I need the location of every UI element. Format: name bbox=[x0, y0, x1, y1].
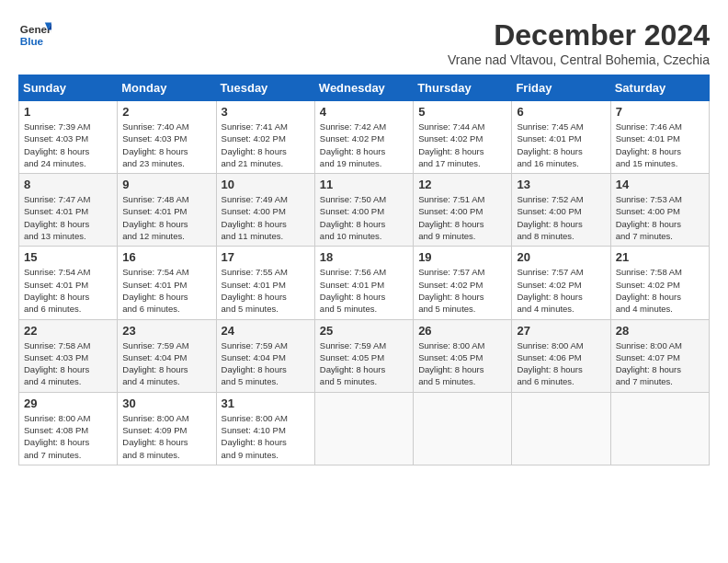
calendar-table: SundayMondayTuesdayWednesdayThursdayFrid… bbox=[18, 75, 710, 465]
day-number: 5 bbox=[418, 105, 506, 119]
calendar-cell: 22Sunrise: 7:58 AMSunset: 4:03 PMDayligh… bbox=[19, 319, 118, 392]
day-of-week-header: Sunday bbox=[19, 75, 118, 101]
calendar-cell bbox=[512, 392, 610, 465]
day-info: Sunrise: 7:58 AMSunset: 4:02 PMDaylight:… bbox=[616, 266, 704, 315]
calendar-cell: 14Sunrise: 7:53 AMSunset: 4:00 PMDayligh… bbox=[610, 174, 709, 247]
calendar-week-row: 15Sunrise: 7:54 AMSunset: 4:01 PMDayligh… bbox=[19, 247, 710, 319]
calendar-week-row: 29Sunrise: 8:00 AMSunset: 4:08 PMDayligh… bbox=[19, 392, 710, 465]
day-info: Sunrise: 7:57 AMSunset: 4:02 PMDaylight:… bbox=[517, 266, 605, 315]
calendar-cell: 24Sunrise: 7:59 AMSunset: 4:04 PMDayligh… bbox=[216, 319, 314, 392]
calendar-cell: 27Sunrise: 8:00 AMSunset: 4:06 PMDayligh… bbox=[512, 319, 610, 392]
calendar-cell: 25Sunrise: 7:59 AMSunset: 4:05 PMDayligh… bbox=[314, 319, 413, 392]
calendar-cell: 12Sunrise: 7:51 AMSunset: 4:00 PMDayligh… bbox=[414, 174, 512, 247]
day-info: Sunrise: 7:51 AMSunset: 4:00 PMDaylight:… bbox=[418, 193, 506, 242]
calendar-cell: 26Sunrise: 8:00 AMSunset: 4:05 PMDayligh… bbox=[414, 319, 512, 392]
location-subtitle: Vrane nad Vltavou, Central Bohemia, Czec… bbox=[448, 52, 710, 67]
day-number: 28 bbox=[616, 324, 704, 338]
day-number: 27 bbox=[517, 324, 605, 338]
day-of-week-header: Wednesday bbox=[314, 75, 413, 101]
day-number: 26 bbox=[418, 324, 506, 338]
calendar-cell: 21Sunrise: 7:58 AMSunset: 4:02 PMDayligh… bbox=[610, 247, 709, 319]
day-info: Sunrise: 7:55 AMSunset: 4:01 PMDaylight:… bbox=[222, 266, 310, 315]
calendar-cell bbox=[414, 392, 512, 465]
day-number: 16 bbox=[122, 250, 210, 264]
day-number: 31 bbox=[222, 396, 310, 410]
day-info: Sunrise: 7:46 AMSunset: 4:01 PMDaylight:… bbox=[616, 121, 704, 169]
day-number: 30 bbox=[122, 396, 210, 410]
day-number: 12 bbox=[418, 178, 506, 191]
calendar-cell: 15Sunrise: 7:54 AMSunset: 4:01 PMDayligh… bbox=[19, 247, 118, 319]
day-number: 4 bbox=[320, 105, 408, 119]
day-number: 2 bbox=[122, 105, 210, 119]
calendar-cell: 1Sunrise: 7:39 AMSunset: 4:03 PMDaylight… bbox=[19, 101, 118, 174]
day-info: Sunrise: 7:41 AMSunset: 4:02 PMDaylight:… bbox=[222, 121, 310, 169]
day-info: Sunrise: 7:45 AMSunset: 4:01 PMDaylight:… bbox=[517, 121, 605, 169]
day-info: Sunrise: 7:58 AMSunset: 4:03 PMDaylight:… bbox=[24, 339, 112, 388]
calendar-cell: 23Sunrise: 7:59 AMSunset: 4:04 PMDayligh… bbox=[118, 319, 216, 392]
day-number: 24 bbox=[222, 324, 310, 338]
calendar-cell: 5Sunrise: 7:44 AMSunset: 4:02 PMDaylight… bbox=[414, 101, 512, 174]
calendar-cell: 31Sunrise: 8:00 AMSunset: 4:10 PMDayligh… bbox=[216, 392, 314, 465]
day-info: Sunrise: 7:54 AMSunset: 4:01 PMDaylight:… bbox=[122, 266, 210, 315]
calendar-week-row: 22Sunrise: 7:58 AMSunset: 4:03 PMDayligh… bbox=[19, 319, 710, 392]
calendar-cell bbox=[314, 392, 413, 465]
day-number: 25 bbox=[320, 324, 408, 338]
day-number: 15 bbox=[24, 250, 112, 264]
day-info: Sunrise: 7:59 AMSunset: 4:04 PMDaylight:… bbox=[122, 339, 210, 388]
calendar-cell: 11Sunrise: 7:50 AMSunset: 4:00 PMDayligh… bbox=[314, 174, 413, 247]
day-info: Sunrise: 7:40 AMSunset: 4:03 PMDaylight:… bbox=[122, 121, 210, 169]
title-block: December 2024 Vrane nad Vltavou, Central… bbox=[448, 18, 710, 67]
day-number: 7 bbox=[616, 105, 704, 119]
day-number: 13 bbox=[517, 178, 605, 191]
day-number: 23 bbox=[122, 324, 210, 338]
day-of-week-header: Friday bbox=[512, 75, 610, 101]
day-number: 3 bbox=[222, 105, 310, 119]
day-number: 17 bbox=[222, 250, 310, 264]
day-info: Sunrise: 7:59 AMSunset: 4:05 PMDaylight:… bbox=[320, 339, 408, 388]
day-number: 20 bbox=[517, 250, 605, 264]
month-title: December 2024 bbox=[448, 18, 710, 52]
calendar-week-row: 1Sunrise: 7:39 AMSunset: 4:03 PMDaylight… bbox=[19, 101, 710, 174]
calendar-cell: 8Sunrise: 7:47 AMSunset: 4:01 PMDaylight… bbox=[19, 174, 118, 247]
calendar-week-row: 8Sunrise: 7:47 AMSunset: 4:01 PMDaylight… bbox=[19, 174, 710, 247]
calendar-cell bbox=[610, 392, 709, 465]
day-number: 11 bbox=[320, 178, 408, 191]
day-number: 21 bbox=[616, 250, 704, 264]
day-info: Sunrise: 8:00 AMSunset: 4:07 PMDaylight:… bbox=[616, 339, 704, 388]
day-info: Sunrise: 7:52 AMSunset: 4:00 PMDaylight:… bbox=[517, 193, 605, 242]
day-of-week-header: Thursday bbox=[414, 75, 512, 101]
day-number: 18 bbox=[320, 250, 408, 264]
day-number: 6 bbox=[517, 105, 605, 119]
calendar-cell: 9Sunrise: 7:48 AMSunset: 4:01 PMDaylight… bbox=[118, 174, 216, 247]
day-info: Sunrise: 7:57 AMSunset: 4:02 PMDaylight:… bbox=[418, 266, 506, 315]
day-info: Sunrise: 7:39 AMSunset: 4:03 PMDaylight:… bbox=[24, 121, 112, 169]
day-number: 10 bbox=[222, 178, 310, 191]
day-info: Sunrise: 7:47 AMSunset: 4:01 PMDaylight:… bbox=[24, 193, 112, 242]
calendar-cell: 18Sunrise: 7:56 AMSunset: 4:01 PMDayligh… bbox=[314, 247, 413, 319]
day-number: 29 bbox=[24, 396, 112, 410]
day-info: Sunrise: 7:53 AMSunset: 4:00 PMDaylight:… bbox=[616, 193, 704, 242]
calendar-header-row: SundayMondayTuesdayWednesdayThursdayFrid… bbox=[19, 75, 710, 101]
day-info: Sunrise: 7:48 AMSunset: 4:01 PMDaylight:… bbox=[122, 193, 210, 242]
day-info: Sunrise: 7:49 AMSunset: 4:00 PMDaylight:… bbox=[222, 193, 310, 242]
calendar-cell: 2Sunrise: 7:40 AMSunset: 4:03 PMDaylight… bbox=[118, 101, 216, 174]
calendar-cell: 6Sunrise: 7:45 AMSunset: 4:01 PMDaylight… bbox=[512, 101, 610, 174]
logo-icon: General Blue bbox=[18, 18, 51, 52]
day-info: Sunrise: 8:00 AMSunset: 4:05 PMDaylight:… bbox=[418, 339, 506, 388]
calendar-cell: 20Sunrise: 7:57 AMSunset: 4:02 PMDayligh… bbox=[512, 247, 610, 319]
day-number: 8 bbox=[24, 178, 112, 191]
day-info: Sunrise: 7:42 AMSunset: 4:02 PMDaylight:… bbox=[320, 121, 408, 169]
calendar-cell: 28Sunrise: 8:00 AMSunset: 4:07 PMDayligh… bbox=[610, 319, 709, 392]
svg-text:Blue: Blue bbox=[20, 35, 44, 47]
calendar-cell: 3Sunrise: 7:41 AMSunset: 4:02 PMDaylight… bbox=[216, 101, 314, 174]
calendar-cell: 10Sunrise: 7:49 AMSunset: 4:00 PMDayligh… bbox=[216, 174, 314, 247]
day-info: Sunrise: 8:00 AMSunset: 4:06 PMDaylight:… bbox=[517, 339, 605, 388]
calendar-cell: 13Sunrise: 7:52 AMSunset: 4:00 PMDayligh… bbox=[512, 174, 610, 247]
day-of-week-header: Tuesday bbox=[216, 75, 314, 101]
calendar-cell: 7Sunrise: 7:46 AMSunset: 4:01 PMDaylight… bbox=[610, 101, 709, 174]
logo: General Blue bbox=[18, 18, 51, 52]
day-info: Sunrise: 7:44 AMSunset: 4:02 PMDaylight:… bbox=[418, 121, 506, 169]
day-number: 1 bbox=[24, 105, 112, 119]
calendar-cell: 30Sunrise: 8:00 AMSunset: 4:09 PMDayligh… bbox=[118, 392, 216, 465]
day-number: 19 bbox=[418, 250, 506, 264]
